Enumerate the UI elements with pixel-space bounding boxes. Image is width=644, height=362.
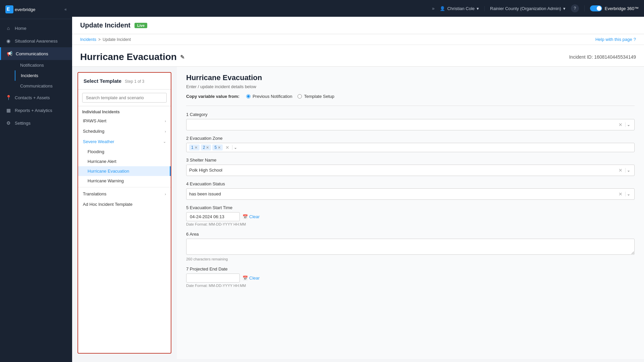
field-shelter-name-input[interactable]: Polk High School ✕ ⌄ — [186, 165, 635, 176]
topbar-org-menu[interactable]: Rainier County (Organization Admin) ▾ — [484, 6, 566, 11]
field-shelter-name-dropdown-icon[interactable]: ⌄ — [625, 168, 632, 173]
field-projected-end-date-clear[interactable]: 📅 Clear — [243, 276, 260, 281]
svg-text:E: E — [7, 6, 10, 12]
help-circle-icon: ? — [634, 37, 636, 42]
sidebar-item-contacts-assets[interactable]: 📍 Contacts + Assets — [0, 91, 72, 104]
tag-5: 5 ✕ — [212, 144, 223, 150]
field-category-value — [189, 121, 617, 129]
situational-awareness-icon: ◉ — [5, 38, 11, 44]
field-evacuation-start-time-input[interactable] — [186, 212, 240, 221]
template-item-severe-weather[interactable]: Severe Weather ⌄ — [78, 136, 171, 147]
template-sub-item-hurricane-alert[interactable]: Hurricane Alert — [78, 157, 171, 166]
form-panel: Hurricane Evacuation Enter / update inci… — [177, 67, 644, 359]
topbar-help-button[interactable]: ? — [571, 4, 579, 12]
field-projected-end-date-number: 7 — [186, 266, 189, 272]
field-projected-end-date-row: 📅 Clear — [186, 274, 635, 283]
field-projected-end-date-input[interactable] — [186, 274, 240, 283]
field-category-input[interactable]: ✕ ⌄ — [186, 119, 635, 130]
field-evacuation-start-time-label: 5 Evacuation Start Time — [186, 205, 635, 210]
topbar-user-name: Christian Cole — [447, 6, 475, 11]
template-item-ad-hoc[interactable]: Ad Hoc Incident Template — [78, 199, 171, 209]
field-evacuation-zone-label: 2 Evacuation Zone — [186, 136, 635, 141]
sidebar-item-incidents[interactable]: Incidents — [15, 70, 72, 81]
radio-template-setup-label: Template Setup — [304, 94, 334, 99]
topbar-360-area: Everbridge 360™ — [584, 5, 639, 11]
tag-5-close[interactable]: ✕ — [218, 145, 221, 150]
template-sub-item-flooding[interactable]: Flooding — [78, 147, 171, 157]
template-sub-item-hurricane-warning[interactable]: Hurricane Warning — [78, 176, 171, 186]
help-link-text: Help with this page — [595, 37, 632, 42]
template-sub-item-flooding-label: Flooding — [88, 149, 104, 154]
main-content: Select Template Step 1 of 3 Individual I… — [72, 67, 644, 359]
topbar-chevron-icon[interactable]: » — [432, 6, 435, 11]
field-category-clear-icon[interactable]: ✕ — [617, 122, 624, 127]
field-evacuation-zone-number: 2 — [186, 136, 189, 141]
sidebar-item-situational-awareness[interactable]: ◉ Situational Awareness — [0, 35, 72, 47]
template-panel-title: Select Template — [84, 78, 121, 84]
communications-icon: 📢 — [6, 51, 12, 57]
field-evacuation-status-input[interactable]: has been issued ✕ ⌄ — [186, 188, 635, 200]
sidebar-item-reports-analytics-label: Reports + Analytics — [15, 108, 52, 113]
sidebar-item-home[interactable]: ⌂ Home — [0, 22, 72, 35]
template-item-translations-label: Translations — [83, 191, 106, 196]
field-evacuation-status-value: has been issued — [189, 190, 617, 198]
field-projected-end-date-label: 7 Projected End Date — [186, 266, 635, 272]
tag-1-close[interactable]: ✕ — [195, 145, 198, 150]
sidebar-item-home-label: Home — [15, 26, 26, 31]
sidebar-item-communications[interactable]: 📢 Communications — [0, 47, 72, 60]
template-item-translations[interactable]: Translations › — [78, 189, 171, 199]
radio-previous-notification[interactable]: Previous Notification — [246, 94, 292, 99]
topbar-user-menu[interactable]: 👤 Christian Cole ▾ — [440, 6, 479, 11]
edit-incident-title-icon[interactable]: ✎ — [180, 54, 184, 60]
template-item-scheduling[interactable]: Scheduling › — [78, 126, 171, 136]
field-evacuation-start-time-clear[interactable]: 📅 Clear — [243, 214, 260, 219]
contacts-assets-icon: 📍 — [5, 95, 11, 101]
sidebar-item-settings[interactable]: ⚙ Settings — [0, 117, 72, 129]
content-header: Update Incident Live — [72, 17, 644, 34]
radio-previous-notification-input[interactable] — [246, 94, 251, 99]
breadcrumb-separator: > — [98, 37, 101, 42]
sidebar-item-communications-label: Communications — [16, 51, 48, 56]
field-evacuation-status-clear-icon[interactable]: ✕ — [617, 191, 624, 197]
sidebar: E everbridge « ⌂ Home ◉ Situational Awar… — [0, 0, 72, 362]
field-area-label: 6 Area — [186, 232, 635, 237]
field-evacuation-zone-input[interactable]: 1 ✕ 2 ✕ 5 ✕ ✕ ⌄ — [186, 143, 635, 152]
field-category-dropdown-icon[interactable]: ⌄ — [625, 122, 632, 127]
help-link[interactable]: Help with this page ? — [595, 37, 636, 42]
field-shelter-name-clear-icon[interactable]: ✕ — [617, 168, 624, 173]
template-item-translations-chevron: › — [165, 192, 166, 196]
template-item-severe-weather-label: Severe Weather — [83, 139, 114, 144]
template-list: Individual Incidents IPAWS Alert › Sched… — [78, 106, 171, 353]
field-evacuation-status: 4 Evacuation Status has been issued ✕ ⌄ — [186, 181, 635, 200]
field-evacuation-zone-clear-icon[interactable]: ✕ — [224, 145, 231, 150]
template-search-input[interactable] — [82, 93, 167, 103]
field-evacuation-start-time-text: Evacuation Start Time — [190, 205, 232, 210]
template-item-ipaws-alert[interactable]: IPAWS Alert › — [78, 116, 171, 126]
incident-title: Hurricane Evacuation ✎ — [80, 52, 184, 62]
field-evacuation-start-time-clear-label: Clear — [249, 214, 260, 219]
radio-template-setup[interactable]: Template Setup — [298, 94, 334, 99]
field-area-input[interactable] — [186, 239, 635, 255]
user-chevron-icon: ▾ — [477, 6, 479, 11]
field-evacuation-status-dropdown-icon[interactable]: ⌄ — [625, 192, 632, 196]
360-toggle[interactable] — [590, 5, 602, 11]
sidebar-collapse-button[interactable]: « — [64, 7, 67, 12]
radio-template-setup-input[interactable] — [298, 94, 302, 99]
user-icon: 👤 — [440, 6, 445, 11]
sidebar-item-reports-analytics[interactable]: ▦ Reports + Analytics — [0, 104, 72, 117]
field-area-number: 6 — [186, 232, 189, 237]
breadcrumb-parent-link[interactable]: Incidents — [80, 37, 96, 42]
form-subtitle: Enter / update incident details below — [186, 84, 635, 89]
tag-2: 2 ✕ — [201, 144, 211, 150]
template-sub-item-hurricane-evacuation[interactable]: Hurricane Evacuation — [78, 166, 171, 176]
field-evacuation-zone-dropdown-icon[interactable]: ⌄ — [232, 145, 238, 150]
tag-2-close[interactable]: ✕ — [206, 145, 209, 150]
copy-variable-row: Copy variable value from: Previous Notif… — [186, 94, 635, 99]
sidebar-item-communications-sub[interactable]: Communications — [15, 81, 72, 91]
field-category: 1 Category ✕ ⌄ — [186, 112, 635, 130]
incident-title-text: Hurricane Evacuation — [80, 52, 177, 62]
sidebar-item-notifications[interactable]: Notifications — [15, 60, 72, 70]
divider — [186, 106, 635, 106]
content-area: Update Incident Live Incidents > Update … — [72, 17, 644, 362]
radio-previous-notification-label: Previous Notification — [253, 94, 292, 99]
